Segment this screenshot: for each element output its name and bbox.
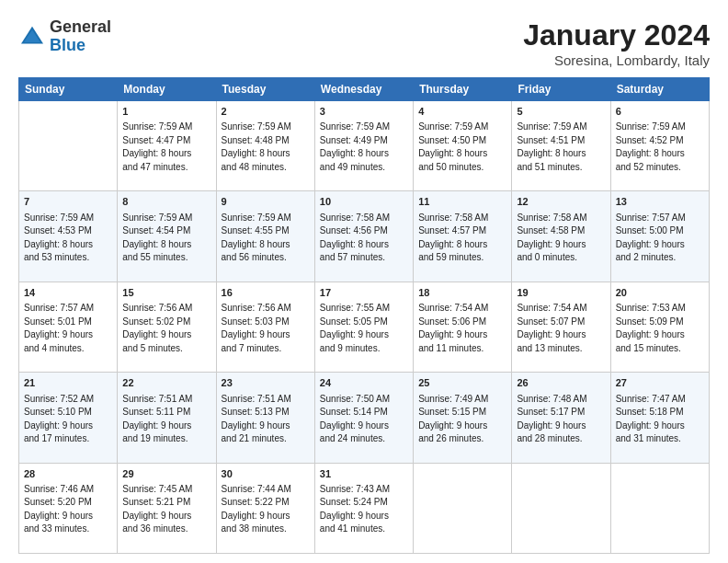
day-info: Sunrise: 7:44 AM Sunset: 5:22 PM Dayligh… [222,483,310,536]
day-info: Sunrise: 7:58 AM Sunset: 4:58 PM Dayligh… [517,212,605,265]
calendar-cell: 9Sunrise: 7:59 AM Sunset: 4:55 PM Daylig… [216,191,314,282]
calendar-cell [610,463,709,553]
day-number: 24 [320,376,408,390]
day-number: 29 [122,467,210,481]
day-info: Sunrise: 7:57 AM Sunset: 5:00 PM Dayligh… [616,212,704,265]
day-info: Sunrise: 7:59 AM Sunset: 4:54 PM Dayligh… [122,212,210,265]
day-number: 1 [122,105,210,119]
day-info: Sunrise: 7:59 AM Sunset: 4:49 PM Dayligh… [320,121,408,174]
day-number: 27 [616,376,704,390]
calendar-cell: 12Sunrise: 7:58 AM Sunset: 4:58 PM Dayli… [512,191,610,282]
day-number: 21 [24,376,112,390]
calendar-cell: 16Sunrise: 7:56 AM Sunset: 5:03 PM Dayli… [216,282,314,372]
day-info: Sunrise: 7:54 AM Sunset: 5:07 PM Dayligh… [517,302,605,355]
calendar-cell: 13Sunrise: 7:57 AM Sunset: 5:00 PM Dayli… [610,191,709,282]
logo: General Blue [18,18,111,55]
day-info: Sunrise: 7:45 AM Sunset: 5:21 PM Dayligh… [122,483,210,536]
calendar-cell: 29Sunrise: 7:45 AM Sunset: 5:21 PM Dayli… [118,463,216,553]
main-title: January 2024 [523,18,710,52]
calendar-week-1: 1Sunrise: 7:59 AM Sunset: 4:47 PM Daylig… [19,101,710,191]
day-number: 10 [320,195,408,209]
day-number: 5 [517,105,605,119]
calendar-cell: 6Sunrise: 7:59 AM Sunset: 4:52 PM Daylig… [610,101,709,191]
col-wednesday: Wednesday [314,78,413,101]
day-number: 23 [222,376,310,390]
subtitle: Soresina, Lombardy, Italy [523,52,710,68]
day-info: Sunrise: 7:57 AM Sunset: 5:01 PM Dayligh… [24,302,112,355]
day-info: Sunrise: 7:58 AM Sunset: 4:57 PM Dayligh… [418,212,506,265]
calendar-cell: 25Sunrise: 7:49 AM Sunset: 5:15 PM Dayli… [414,373,512,463]
day-number: 22 [122,376,210,390]
calendar-cell: 20Sunrise: 7:53 AM Sunset: 5:09 PM Dayli… [610,282,709,372]
col-friday: Friday [512,78,610,101]
day-number: 19 [517,286,605,300]
day-info: Sunrise: 7:43 AM Sunset: 5:24 PM Dayligh… [320,483,408,536]
calendar-cell: 7Sunrise: 7:59 AM Sunset: 4:53 PM Daylig… [19,191,118,282]
day-number: 8 [122,195,210,209]
day-number: 15 [122,286,210,300]
day-info: Sunrise: 7:51 AM Sunset: 5:13 PM Dayligh… [222,393,310,446]
day-info: Sunrise: 7:56 AM Sunset: 5:02 PM Dayligh… [122,302,210,355]
calendar-cell: 23Sunrise: 7:51 AM Sunset: 5:13 PM Dayli… [216,373,314,463]
header: General Blue January 2024 Soresina, Lomb… [18,18,710,68]
calendar-cell: 26Sunrise: 7:48 AM Sunset: 5:17 PM Dayli… [512,373,610,463]
calendar-cell: 4Sunrise: 7:59 AM Sunset: 4:50 PM Daylig… [414,101,512,191]
day-number: 7 [24,195,112,209]
calendar-cell: 11Sunrise: 7:58 AM Sunset: 4:57 PM Dayli… [414,191,512,282]
logo-general-text: General [50,17,111,36]
day-number: 3 [320,105,408,119]
calendar-cell: 28Sunrise: 7:46 AM Sunset: 5:20 PM Dayli… [19,463,118,553]
calendar-body: 1Sunrise: 7:59 AM Sunset: 4:47 PM Daylig… [19,101,710,554]
header-row: Sunday Monday Tuesday Wednesday Thursday… [19,78,710,101]
calendar-cell: 22Sunrise: 7:51 AM Sunset: 5:11 PM Dayli… [118,373,216,463]
day-number: 28 [24,467,112,481]
col-saturday: Saturday [610,78,709,101]
day-number: 25 [418,376,506,390]
title-block: January 2024 Soresina, Lombardy, Italy [523,18,710,68]
day-info: Sunrise: 7:59 AM Sunset: 4:55 PM Dayligh… [222,212,310,265]
page: General Blue January 2024 Soresina, Lomb… [0,0,728,563]
calendar-cell [414,463,512,553]
calendar-cell: 21Sunrise: 7:52 AM Sunset: 5:10 PM Dayli… [19,373,118,463]
day-number: 16 [222,286,310,300]
day-info: Sunrise: 7:49 AM Sunset: 5:15 PM Dayligh… [418,393,506,446]
logo-blue-text: Blue [50,36,85,54]
day-number: 11 [418,195,506,209]
calendar-cell: 3Sunrise: 7:59 AM Sunset: 4:49 PM Daylig… [314,101,413,191]
col-thursday: Thursday [414,78,512,101]
calendar-cell [512,463,610,553]
calendar-cell: 10Sunrise: 7:58 AM Sunset: 4:56 PM Dayli… [314,191,413,282]
day-number: 2 [222,105,310,119]
day-info: Sunrise: 7:50 AM Sunset: 5:14 PM Dayligh… [320,393,408,446]
calendar-header: Sunday Monday Tuesday Wednesday Thursday… [19,78,710,101]
logo-icon [18,23,46,51]
calendar-cell: 1Sunrise: 7:59 AM Sunset: 4:47 PM Daylig… [118,101,216,191]
day-number: 4 [418,105,506,119]
calendar-cell: 2Sunrise: 7:59 AM Sunset: 4:48 PM Daylig… [216,101,314,191]
day-number: 6 [616,105,704,119]
calendar-week-5: 28Sunrise: 7:46 AM Sunset: 5:20 PM Dayli… [19,463,710,553]
day-number: 31 [320,467,408,481]
day-info: Sunrise: 7:59 AM Sunset: 4:52 PM Dayligh… [616,121,704,174]
calendar-cell: 15Sunrise: 7:56 AM Sunset: 5:02 PM Dayli… [118,282,216,372]
calendar-cell: 17Sunrise: 7:55 AM Sunset: 5:05 PM Dayli… [314,282,413,372]
day-info: Sunrise: 7:58 AM Sunset: 4:56 PM Dayligh… [320,212,408,265]
day-number: 26 [517,376,605,390]
day-number: 18 [418,286,506,300]
calendar-table: Sunday Monday Tuesday Wednesday Thursday… [18,77,710,554]
day-info: Sunrise: 7:53 AM Sunset: 5:09 PM Dayligh… [616,302,704,355]
day-number: 12 [517,195,605,209]
day-info: Sunrise: 7:52 AM Sunset: 5:10 PM Dayligh… [24,393,112,446]
col-tuesday: Tuesday [216,78,314,101]
day-info: Sunrise: 7:56 AM Sunset: 5:03 PM Dayligh… [222,302,310,355]
day-info: Sunrise: 7:59 AM Sunset: 4:53 PM Dayligh… [24,212,112,265]
calendar-week-2: 7Sunrise: 7:59 AM Sunset: 4:53 PM Daylig… [19,191,710,282]
day-info: Sunrise: 7:55 AM Sunset: 5:05 PM Dayligh… [320,302,408,355]
calendar-cell: 30Sunrise: 7:44 AM Sunset: 5:22 PM Dayli… [216,463,314,553]
day-number: 13 [616,195,704,209]
day-info: Sunrise: 7:46 AM Sunset: 5:20 PM Dayligh… [24,483,112,536]
day-number: 9 [222,195,310,209]
calendar-week-4: 21Sunrise: 7:52 AM Sunset: 5:10 PM Dayli… [19,373,710,463]
day-number: 20 [616,286,704,300]
col-sunday: Sunday [19,78,118,101]
